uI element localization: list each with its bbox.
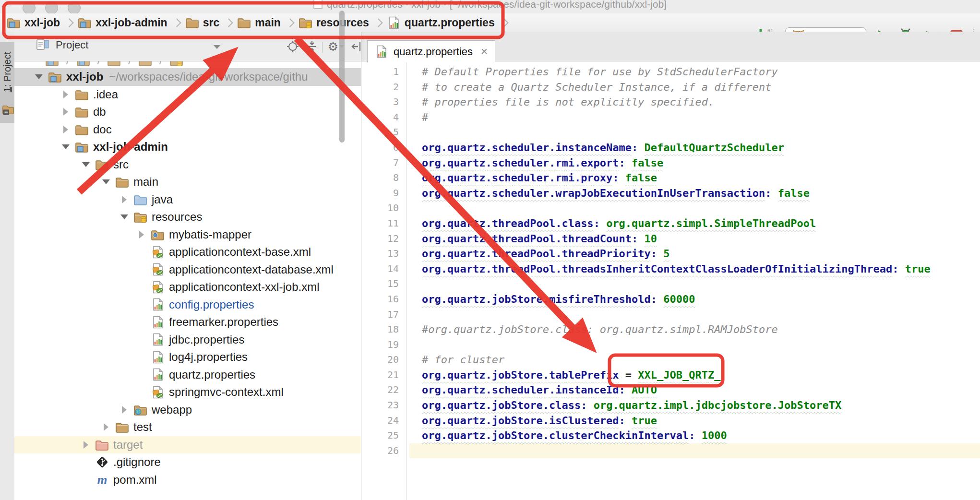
project-panel-title: Project bbox=[56, 39, 88, 51]
tree-row-test[interactable]: test bbox=[14, 418, 361, 436]
chevron-expanded-icon[interactable] bbox=[100, 179, 112, 184]
line-number-gutter: 1234567891011121314151617181920212223242… bbox=[361, 61, 407, 500]
tab-label: quartz.properties bbox=[394, 46, 473, 58]
tree-row-mybatis-mapper[interactable]: mybatis-mapper bbox=[14, 226, 361, 244]
tree-row-.gitignore[interactable]: .gitignore bbox=[14, 453, 361, 471]
tree-row-applicationcontext-xxl-job.xml[interactable]: applicationcontext-xxl-job.xml bbox=[14, 278, 361, 296]
properties-file-icon bbox=[151, 333, 165, 346]
tree-label: test bbox=[133, 420, 152, 434]
breadcrumb-item-src[interactable]: src bbox=[185, 16, 220, 29]
tab-quartz-properties[interactable]: quartz.properties ✕ bbox=[367, 40, 495, 62]
code-line-8: org.quartz.scheduler.rmi.proxy: false bbox=[422, 170, 980, 186]
tree-row-config.properties[interactable]: config.properties bbox=[14, 296, 361, 314]
web-folder-icon bbox=[133, 404, 148, 416]
chevron-collapsed-icon[interactable] bbox=[135, 231, 148, 238]
project-panel-icon bbox=[36, 39, 50, 51]
dot-folder-icon bbox=[151, 228, 165, 241]
code-line-24: org.quartz.jobStore.isClustered: true bbox=[422, 413, 980, 429]
tree-row-doc[interactable]: doc bbox=[14, 121, 361, 139]
tree-row-resources[interactable]: resources bbox=[14, 208, 361, 226]
window-title: quartz.properties - xxl-job - [~/workspa… bbox=[0, 0, 980, 10]
ghost-folder-icon bbox=[76, 61, 91, 67]
project-view-chevron-icon[interactable] bbox=[214, 45, 220, 49]
editor-code-area[interactable]: # Default Properties file for use by Std… bbox=[409, 61, 980, 500]
tree-row-xxl-job-admin[interactable]: xxl-job-admin bbox=[14, 138, 361, 156]
chevron-collapsed-icon[interactable] bbox=[118, 406, 131, 414]
tree-path-suffix: ~/workspaces/idea-git-workspace/githu bbox=[109, 70, 308, 83]
breadcrumb-item-xxl-job[interactable]: xxl-job bbox=[7, 16, 60, 29]
tree-label: log4j.properties bbox=[169, 350, 248, 364]
java-folder-icon bbox=[133, 193, 148, 206]
tree-row-xxl-job[interactable]: xxl-job~/workspaces/idea-git-workspace/g… bbox=[14, 68, 361, 86]
breadcrumb: xxl-job xxl-job-admin src main resources… bbox=[7, 13, 513, 32]
code-line-11: org.quartz.threadPool.class: org.quartz.… bbox=[422, 216, 980, 231]
chevron-collapsed-icon[interactable] bbox=[60, 126, 72, 133]
tree-row-main[interactable]: main bbox=[14, 173, 361, 191]
tree-row-webapp[interactable]: webapp bbox=[14, 401, 361, 419]
chevron-expanded-icon[interactable] bbox=[33, 74, 45, 79]
tree-row-.idea[interactable]: .idea bbox=[14, 86, 361, 104]
line-number: 8 bbox=[361, 170, 406, 186]
module-folder-icon bbox=[78, 16, 92, 29]
folder-icon bbox=[185, 16, 200, 29]
git-file-icon bbox=[95, 456, 109, 468]
breadcrumb-item-xxl-job-admin[interactable]: xxl-job-admin bbox=[78, 16, 167, 29]
code-line-16: org.quartz.jobStore.misfireThreshold: 60… bbox=[422, 292, 980, 307]
locate-icon[interactable] bbox=[286, 40, 300, 53]
folder-icon bbox=[75, 88, 89, 101]
tree-row-src[interactable]: src bbox=[14, 156, 361, 174]
line-number: 13 bbox=[361, 246, 406, 262]
code-line-21: org.quartz.jobStore.tablePrefix = XXL_JO… bbox=[422, 368, 980, 383]
title-bar: quartz.properties - xxl-job - [~/workspa… bbox=[0, 0, 980, 13]
tree-row-log4j.properties[interactable]: log4j.properties bbox=[14, 348, 361, 366]
chevron-expanded-icon[interactable] bbox=[118, 214, 131, 219]
line-number: 26 bbox=[361, 443, 406, 459]
folder-icon bbox=[115, 176, 130, 188]
tree-row-jdbc.properties[interactable]: jdbc.properties bbox=[14, 331, 361, 349]
tree-label: applicationcontext-database.xml bbox=[169, 263, 334, 276]
line-number: 4 bbox=[361, 110, 406, 125]
code-line-9: org.quartz.scheduler.wrapJobExecutionInU… bbox=[422, 186, 980, 201]
chevron-collapsed-icon[interactable] bbox=[118, 196, 131, 203]
code-line-4: # bbox=[422, 110, 980, 125]
tree-row-springmvc-context.xml[interactable]: springmvc-context.xml bbox=[14, 383, 361, 401]
tree-label: freemarker.properties bbox=[169, 315, 278, 329]
breadcrumb-item-resources[interactable]: resources bbox=[299, 16, 369, 29]
chevron-collapsed-icon[interactable] bbox=[80, 441, 92, 449]
project-stripe-button[interactable]: 1: Project bbox=[0, 42, 14, 123]
folder-icon bbox=[75, 106, 89, 118]
tree-row-quartz.properties[interactable]: quartz.properties bbox=[14, 366, 361, 384]
panel-editor-divider[interactable] bbox=[361, 32, 361, 500]
tree-row-db[interactable]: db bbox=[14, 103, 361, 121]
line-number: 5 bbox=[361, 125, 406, 140]
tree-label: db bbox=[93, 105, 106, 119]
breadcrumb-item-main[interactable]: main bbox=[237, 16, 281, 29]
tree-label: config.properties bbox=[169, 298, 254, 311]
spring-file-icon bbox=[151, 263, 165, 276]
tree-row-applicationcontext-base.xml[interactable]: applicationcontext-base.xml bbox=[14, 243, 361, 261]
breadcrumb-item-quartz.properties[interactable]: quartz.properties bbox=[387, 16, 495, 29]
chevron-collapsed-icon[interactable] bbox=[100, 423, 112, 431]
code-line-18: #org.quartz.jobStore.class: org.quartz.s… bbox=[422, 322, 980, 337]
collapse-all-icon[interactable] bbox=[305, 40, 319, 53]
scrolled-ghost-row: / / / / bbox=[14, 61, 361, 68]
ghost-folder-icon bbox=[169, 61, 184, 67]
tree-row-java[interactable]: java bbox=[14, 191, 361, 209]
project-panel-header: Project ⚙ bbox=[14, 32, 361, 61]
ghost-folder-icon bbox=[138, 61, 153, 67]
tree-row-applicationcontext-database.xml[interactable]: applicationcontext-database.xml bbox=[14, 261, 361, 279]
tree-scrollbar[interactable] bbox=[339, 11, 345, 143]
code-line-14: org.quartz.threadPool.threadsInheritCont… bbox=[422, 262, 980, 277]
breadcrumb-chevron-icon bbox=[500, 18, 508, 27]
chevron-expanded-icon[interactable] bbox=[80, 162, 92, 167]
chevron-collapsed-icon[interactable] bbox=[60, 108, 72, 116]
properties-file-icon bbox=[151, 351, 165, 363]
close-icon[interactable]: ✕ bbox=[480, 47, 488, 56]
tree-row-freemarker.properties[interactable]: freemarker.properties bbox=[14, 313, 361, 331]
chevron-expanded-icon[interactable] bbox=[60, 144, 72, 149]
tree-row-target[interactable]: target bbox=[14, 436, 361, 454]
properties-file-icon bbox=[374, 46, 389, 58]
line-number: 15 bbox=[361, 276, 406, 292]
chevron-collapsed-icon[interactable] bbox=[60, 91, 72, 98]
tree-row-pom.xml[interactable]: mpom.xml bbox=[14, 471, 361, 489]
